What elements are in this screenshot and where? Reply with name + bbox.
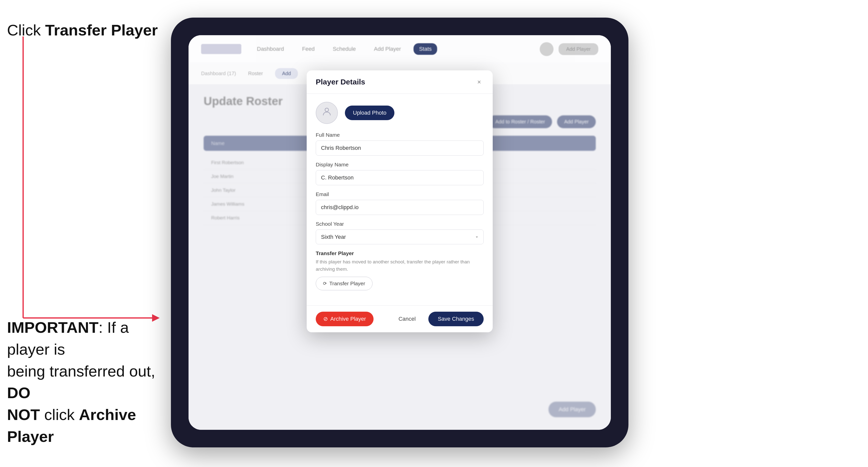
add-player-bg-btn: Add Player [549, 402, 596, 417]
transfer-player-section: Transfer Player If this player has moved… [316, 250, 484, 290]
person-icon [321, 106, 332, 119]
tablet-screen: Dashboard Feed Schedule Add Player Stats… [189, 35, 611, 430]
modal-header: Player Details × [307, 70, 493, 94]
instruction-top: Click Transfer Player [7, 20, 158, 40]
display-name-field: Display Name [316, 162, 484, 185]
nav-item-stats: Stats [413, 43, 437, 55]
do-not-label: DONOT [7, 384, 40, 423]
transfer-btn-label: Transfer Player [329, 280, 365, 286]
school-year-field: School Year First Year Second Year Third… [316, 221, 484, 244]
email-label: Email [316, 191, 484, 197]
nav-add-btn: Add Player [559, 43, 598, 55]
nav-item-dashboard: Dashboard [251, 43, 289, 55]
svg-point-3 [325, 108, 329, 112]
modal-close-button[interactable]: × [474, 77, 484, 87]
arrow-indicator [11, 36, 162, 363]
archive-icon: ⊘ [323, 316, 328, 322]
instruction-highlight: Transfer Player [45, 21, 158, 39]
save-changes-button[interactable]: Save Changes [428, 312, 484, 326]
modal-title: Player Details [316, 78, 365, 86]
transfer-player-description: If this player has moved to another scho… [316, 258, 484, 273]
full-name-input[interactable] [316, 141, 484, 156]
display-name-label: Display Name [316, 162, 484, 168]
footer-right-actions: Cancel Save Changes [391, 312, 484, 326]
full-name-field: Full Name [316, 132, 484, 156]
nav-avatar [540, 42, 554, 56]
nav-right: Add Player [540, 42, 598, 56]
action-btn-2: Add Player [557, 115, 596, 128]
transfer-player-heading: Transfer Player [316, 250, 484, 256]
nav-item-schedule: Schedule [327, 43, 362, 55]
avatar-circle [316, 102, 338, 124]
important-label: IMPORTANT [7, 319, 98, 336]
modal-footer: ⊘ Archive Player Cancel Save Changes [307, 305, 493, 332]
display-name-input[interactable] [316, 170, 484, 185]
full-name-label: Full Name [316, 132, 484, 138]
cancel-button[interactable]: Cancel [391, 312, 423, 326]
avatar-section: Upload Photo [316, 102, 484, 124]
archive-player-button[interactable]: ⊘ Archive Player [316, 312, 374, 326]
email-input[interactable] [316, 200, 484, 215]
transfer-player-button[interactable]: ⟳ Transfer Player [316, 277, 373, 290]
nav-items: Dashboard Feed Schedule Add Player Stats [251, 43, 530, 55]
tablet-device: Dashboard Feed Schedule Add Player Stats… [171, 18, 628, 447]
sub-nav-roster: Roster [241, 68, 270, 79]
nav-logo [201, 44, 241, 54]
instruction-prefix: Click [7, 21, 45, 39]
player-details-modal: Player Details × Upload Photo [307, 70, 493, 332]
upload-photo-button[interactable]: Upload Photo [345, 105, 395, 120]
nav-item-addplayer: Add Player [369, 43, 407, 55]
instruction-text2: click [40, 406, 79, 423]
action-btn-1: Add to Roster / Roster [488, 115, 552, 128]
instruction-bottom: IMPORTANT: If a player isbeing transferr… [7, 317, 163, 448]
school-year-label: School Year [316, 221, 484, 227]
top-nav: Dashboard Feed Schedule Add Player Stats… [189, 35, 611, 63]
school-year-select[interactable]: First Year Second Year Third Year Fourth… [316, 229, 484, 244]
modal-body: Upload Photo Full Name Display Name Emai… [307, 94, 493, 305]
breadcrumb: Dashboard (17) [201, 71, 236, 76]
transfer-icon: ⟳ [323, 281, 327, 286]
sub-nav-add: Add [275, 68, 298, 79]
archive-btn-label: Archive Player [330, 316, 366, 322]
email-field: Email [316, 191, 484, 215]
nav-item-feed: Feed [297, 43, 320, 55]
